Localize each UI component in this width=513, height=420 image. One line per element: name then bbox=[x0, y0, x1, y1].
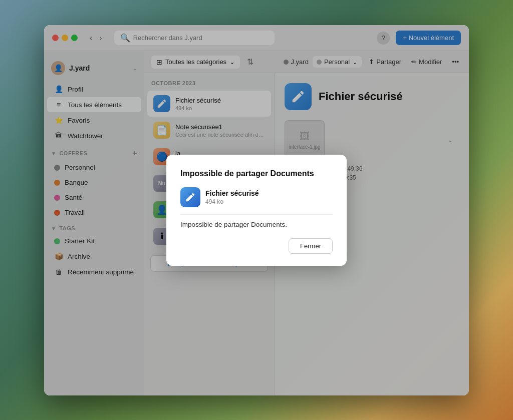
modal-item-name: Fichier sécurisé bbox=[205, 189, 259, 197]
modal-item-size: 494 ko bbox=[205, 198, 259, 205]
modal-item-details: Fichier sécurisé 494 ko bbox=[205, 189, 259, 205]
separator bbox=[180, 214, 333, 215]
modal-item-icon bbox=[180, 187, 200, 207]
main-window: ‹ › 🔍 ? + Nouvel élément 👤 J.yard ⌄ 👤 Pr… bbox=[44, 25, 469, 395]
modal-actions: Fermer bbox=[180, 238, 333, 254]
modal-overlay: Impossible de partager Documents Fichier… bbox=[44, 25, 469, 395]
modal-close-button[interactable]: Fermer bbox=[289, 238, 333, 254]
modal-item: Fichier sécurisé 494 ko bbox=[180, 187, 333, 207]
modal-dialog: Impossible de partager Documents Fichier… bbox=[166, 155, 347, 266]
modal-title: Impossible de partager Documents bbox=[180, 169, 333, 179]
modal-message: Impossible de partager Documents. bbox=[180, 221, 333, 228]
